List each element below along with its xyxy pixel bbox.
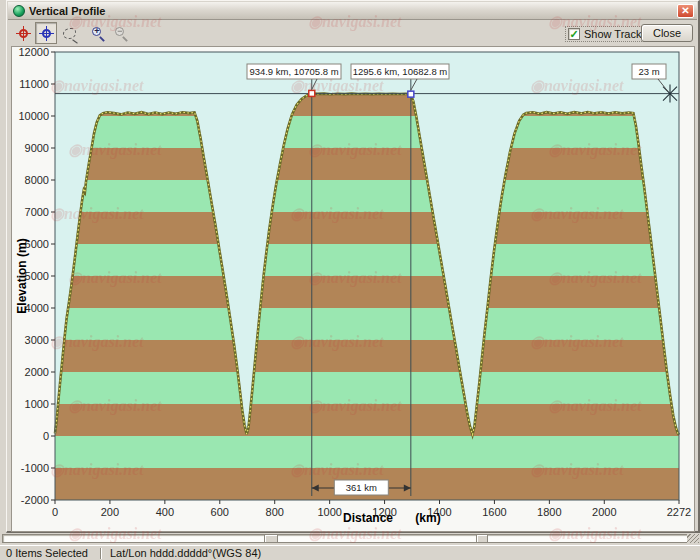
elevation-profile-chart[interactable]: 934.9 km, 10705.8 m1295.6 km, 10682.8 m2… (12, 47, 694, 531)
marker-point-2[interactable] (408, 91, 414, 97)
y-tick-label: 8000 (25, 174, 49, 186)
scrollbar-track[interactable] (2, 534, 698, 543)
elevation-stripe (55, 116, 679, 148)
zoom-in-button[interactable]: + (87, 22, 109, 44)
terrain-area (55, 84, 679, 500)
close-button[interactable]: Close (641, 24, 693, 42)
zoom-out-button[interactable]: − (110, 22, 132, 44)
x-tick-label: 1600 (482, 506, 506, 518)
window-title: Vertical Profile (29, 5, 677, 17)
x-tick-label: 600 (211, 506, 229, 518)
moving-crosshair-button[interactable] (12, 22, 34, 44)
annotation-point-1-label: 934.9 km, 10705.8 m (249, 66, 338, 77)
elevation-stripe (55, 148, 679, 180)
y-axis-title: Elevation (m) (15, 238, 29, 313)
scrollbar-marker (476, 534, 488, 543)
y-tick-label: 1000 (25, 398, 49, 410)
status-separator (100, 548, 102, 559)
y-tick-label: -1000 (21, 462, 49, 474)
items-selected-text: 0 Items Selected (0, 547, 100, 559)
elevation-stripe (55, 244, 679, 276)
x-tick-label: 1800 (537, 506, 561, 518)
scrollbar-thumb[interactable] (264, 534, 278, 543)
fixed-crosshair-button[interactable] (35, 22, 57, 44)
latlon-format-text: Lat/Lon hddd.ddddd°(WGS 84) (110, 547, 261, 559)
titlebar[interactable]: Vertical Profile ✕ (8, 2, 697, 20)
bottom-scrollbar (0, 533, 700, 545)
elevation-stripe (55, 372, 679, 404)
elevation-stripe (55, 436, 679, 468)
crosshair-red-icon (16, 26, 31, 41)
y-tick-label: 0 (43, 430, 49, 442)
x-axis-unit: (km) (415, 511, 440, 525)
y-tick-label: 10000 (18, 110, 49, 122)
titlebar-close-button[interactable]: ✕ (677, 4, 694, 18)
y-tick-label: 11000 (19, 78, 49, 90)
elevation-stripe (55, 180, 679, 212)
x-tick-label: 1000 (317, 506, 341, 518)
elevation-stripe (55, 276, 679, 308)
y-tick-label: 7000 (25, 206, 49, 218)
lasso-icon (63, 28, 76, 39)
annotation-point-2-label: 1295.6 km, 10682.8 m (353, 66, 448, 77)
x-tick-label: 2272 (667, 506, 691, 518)
app-icon (13, 5, 25, 17)
close-icon: ✕ (681, 6, 689, 16)
checkbox-box[interactable]: ✓ (568, 28, 580, 40)
y-tick-label: 9000 (25, 142, 49, 154)
annotation-distance-span-label: 361 km (346, 482, 377, 493)
status-bar: 0 Items Selected Lat/Lon hddd.ddddd°(WGS… (0, 545, 700, 560)
elevation-stripe (55, 404, 679, 436)
chart-panel[interactable]: 934.9 km, 10705.8 m1295.6 km, 10682.8 m2… (11, 46, 695, 532)
zoom-in-icon: + (91, 26, 105, 40)
check-icon: ✓ (569, 28, 578, 40)
y-tick-label: 3000 (25, 334, 49, 346)
annotation-elevation-diff-label: 23 m (638, 66, 659, 77)
elevation-stripe (55, 308, 679, 340)
elevation-stripe (55, 212, 679, 244)
y-tick-label: 2000 (25, 366, 49, 378)
x-tick-label: 400 (156, 506, 174, 518)
marker-point-1[interactable] (309, 90, 315, 96)
x-tick-label: 2000 (592, 506, 616, 518)
crosshair-blue-icon (39, 26, 54, 41)
x-tick-label: 200 (101, 506, 119, 518)
elevation-stripe (55, 340, 679, 372)
vertical-profile-dialog: Vertical Profile ✕ + − (6, 0, 700, 533)
y-tick-label: -2000 (21, 494, 49, 506)
y-tick-label: 12000 (18, 47, 49, 58)
zoom-out-icon: − (114, 26, 128, 40)
zoom-area-button[interactable] (58, 22, 80, 44)
x-tick-label: 800 (266, 506, 284, 518)
resize-grip[interactable] (687, 534, 699, 543)
x-tick-label: 0 (52, 506, 58, 518)
x-axis-title: Distance (343, 511, 393, 525)
